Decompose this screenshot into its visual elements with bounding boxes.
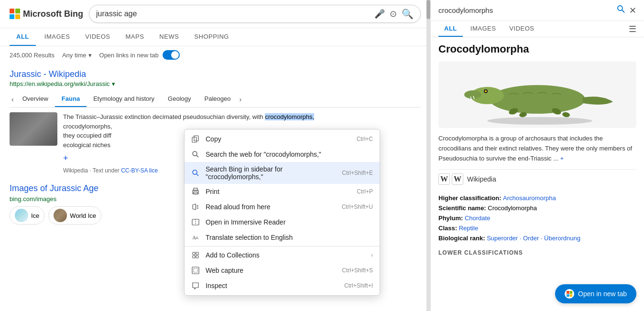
svg-point-4	[193, 170, 197, 174]
context-menu: Copy Ctrl+C Search the web for "crocodyl…	[184, 129, 380, 296]
bing-search-icon	[191, 169, 200, 177]
classif-scientific-value: Crocodylomorpha	[488, 204, 537, 212]
expand-desc-link[interactable]: +	[560, 155, 564, 162]
pill-thumb-ice	[15, 209, 28, 222]
wiki-text-line4: ecological niches	[63, 141, 110, 149]
classifications: Higher classification: Archosauromorpha …	[438, 194, 636, 242]
ctx-web-capture[interactable]: Web capture Ctrl+Shift+S	[185, 263, 380, 278]
bing-small-icon	[565, 289, 574, 299]
results-count: 245,000 Results	[10, 52, 55, 59]
sidebar-tab-all[interactable]: ALL	[438, 21, 463, 37]
ctx-search-bing[interactable]: Search Bing in sidebar for "crocodylomor…	[185, 162, 380, 184]
tab-all[interactable]: ALL	[10, 28, 36, 46]
svg-point-30	[485, 90, 487, 92]
wiki-result-title[interactable]: Jurassic - Wikipedia	[10, 69, 86, 79]
ctx-web-capture-shortcut: Ctrl+Shift+S	[342, 267, 373, 274]
wikipedia-w-icon2: W	[452, 173, 463, 185]
immersive-icon	[191, 218, 200, 226]
subtab-geology[interactable]: Geology	[161, 91, 197, 107]
microphone-icon[interactable]: 🎤	[374, 9, 385, 19]
pill-ice-label: Ice	[31, 212, 39, 219]
svg-point-37	[487, 117, 592, 125]
ctx-print[interactable]: Print Ctrl+P	[185, 184, 380, 199]
sidebar-tab-videos[interactable]: VIDEOS	[503, 21, 540, 37]
search-icons: 🎤 ⊙ 🔍	[374, 8, 414, 20]
classif-higher-link[interactable]: Archosauromorpha	[503, 194, 556, 202]
ctx-copy[interactable]: Copy Ctrl+C	[185, 131, 380, 147]
classif-bio-rank-link[interactable]: Superorder · Order · Überordnung	[487, 235, 580, 242]
search-web-icon	[191, 150, 200, 159]
tab-maps[interactable]: MAPS	[119, 28, 151, 46]
ctx-read-aloud-label: Read aloud from here	[206, 203, 336, 211]
ctx-search-bing-label: Search Bing in sidebar for "crocodylomor…	[206, 165, 336, 181]
ctx-print-label: Print	[206, 188, 351, 195]
pill-thumb-world	[54, 209, 67, 222]
ctx-immersive-label: Open in Immersive Reader	[206, 218, 373, 226]
ctx-search-web[interactable]: Search the web for "crocodylomorphs,"	[185, 147, 380, 162]
scrollbar-thumb	[426, 0, 430, 19]
search-bar[interactable]: 🎤 ⊙ 🔍	[89, 5, 421, 23]
tab-videos[interactable]: VIDEOS	[78, 28, 117, 46]
sidebar-search-button[interactable]	[617, 5, 625, 16]
subtab-fauna[interactable]: Fauna	[55, 91, 87, 107]
svg-rect-18	[196, 252, 198, 255]
wiki-expand[interactable]: +	[63, 153, 68, 163]
any-time-filter[interactable]: Any time ▾	[62, 52, 92, 59]
ctx-inspect-shortcut: Ctrl+Shift+I	[344, 282, 373, 289]
wikipedia-w-icon: W	[438, 173, 450, 185]
translate-icon: AA	[191, 233, 200, 242]
entity-image	[438, 61, 636, 128]
copy-icon	[191, 135, 200, 143]
open-links-switch[interactable]	[163, 50, 180, 60]
pill-ice[interactable]: Ice	[10, 206, 44, 225]
subtab-prev[interactable]: ‹	[10, 92, 16, 107]
sidebar-search-input[interactable]	[438, 6, 613, 14]
classif-class: Class: Reptile	[438, 225, 636, 232]
wiki-text-highlighted: crocodylomorphs,	[265, 113, 314, 120]
svg-point-26	[490, 85, 585, 114]
svg-point-28	[464, 90, 481, 99]
sidebar-close-button[interactable]: ✕	[629, 5, 636, 16]
sidebar-menu-button[interactable]: ☰	[629, 24, 636, 34]
right-panel: ✕ ALL IMAGES VIDEOS ☰ Crocodylomorpha	[430, 0, 644, 311]
pill-world-ice[interactable]: World Ice	[48, 206, 101, 225]
ctx-search-bing-shortcut: Ctrl+Shift+E	[342, 170, 373, 176]
wiki-text-before: The Triassic–Jurassic extinction decimat…	[63, 113, 265, 120]
svg-rect-22	[194, 268, 197, 272]
cc-by-sa-link[interactable]: CC-BY-SA lice	[121, 167, 158, 174]
classif-class-link[interactable]: Reptile	[459, 225, 478, 232]
ctx-inspect[interactable]: Inspect Ctrl+Shift+I	[185, 278, 380, 293]
camera-icon[interactable]: ⊙	[390, 9, 397, 19]
subtab-etymology[interactable]: Etymology and history	[87, 91, 161, 107]
results-meta: 245,000 Results Any time ▾ Open links in…	[0, 46, 430, 64]
search-input[interactable]	[96, 10, 371, 18]
svg-point-24	[618, 6, 622, 11]
classif-phylum-link[interactable]: Chordate	[465, 214, 490, 222]
ctx-web-capture-label: Web capture	[206, 267, 336, 274]
ctx-read-aloud[interactable]: Read aloud from here Ctrl+Shift+U	[185, 199, 380, 214]
left-panel: Microsoft Bing 🎤 ⊙ 🔍 ALL IMAGES VIDEOS M…	[0, 0, 430, 311]
svg-text:A: A	[196, 236, 198, 240]
subtab-paleogeo[interactable]: Paleogeo	[197, 91, 237, 107]
classif-scientific: Scientific name: Crocodylomorpha	[438, 204, 636, 212]
tab-shopping[interactable]: SHOPPING	[187, 28, 236, 46]
svg-marker-23	[193, 283, 198, 289]
entity-title: Crocodylomorpha	[438, 43, 636, 55]
ctx-read-aloud-shortcut: Ctrl+Shift+U	[342, 204, 373, 210]
svg-rect-21	[192, 267, 199, 274]
ctx-immersive[interactable]: Open in Immersive Reader	[185, 214, 380, 230]
left-scrollbar[interactable]	[426, 0, 430, 311]
ctx-collections[interactable]: Add to Collections ›	[185, 247, 380, 263]
search-button[interactable]: 🔍	[402, 8, 414, 20]
sidebar-tab-images[interactable]: IMAGES	[465, 21, 502, 37]
nav-tabs: ALL IMAGES VIDEOS MAPS NEWS SHOPPING	[0, 28, 430, 46]
ctx-translate[interactable]: AA Translate selection to English	[185, 230, 380, 245]
subtab-overview[interactable]: Overview	[16, 91, 55, 107]
subtab-next[interactable]: ›	[237, 92, 243, 107]
bing-logo-text: Microsoft Bing	[23, 9, 83, 19]
wiki-result-url: https://en.wikipedia.org/wiki/Jurassic ▾	[10, 80, 421, 87]
tab-news[interactable]: NEWS	[153, 28, 186, 46]
open-new-tab-button[interactable]: Open in new tab	[555, 284, 636, 303]
tab-images[interactable]: IMAGES	[38, 28, 77, 46]
dropdown-icon[interactable]: ▾	[112, 80, 115, 87]
